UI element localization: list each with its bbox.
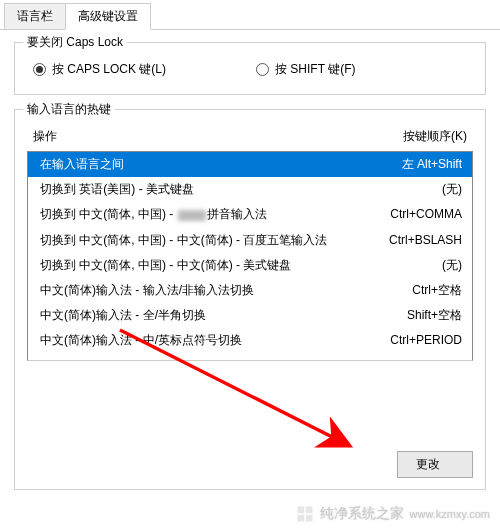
capslock-legend: 要关闭 Caps Lock bbox=[23, 34, 127, 51]
radio-capslock[interactable]: 按 CAPS LOCK 键(L) bbox=[33, 61, 166, 78]
table-row[interactable]: 切换到 英语(美国) - 美式键盘(无) bbox=[28, 177, 472, 202]
radio-shift-label: 按 SHIFT 键(F) bbox=[275, 61, 355, 78]
row-action: 切换到 中文(简体, 中国) - 中文(简体) - 百度五笔输入法 bbox=[40, 231, 381, 250]
windows-logo-icon bbox=[296, 505, 314, 523]
tab-bar: 语言栏 高级键设置 bbox=[0, 0, 500, 30]
table-row[interactable]: 切换到 中文(简体, 中国) - 中文(简体) - 美式键盘(无) bbox=[28, 253, 472, 278]
redacted-text bbox=[178, 210, 206, 221]
row-action: 中文(简体)输入法 - 全/半角切换 bbox=[40, 306, 399, 325]
row-action: 切换到 中文(简体, 中国) - 中文(简体) - 美式键盘 bbox=[40, 256, 434, 275]
radio-capslock-label: 按 CAPS LOCK 键(L) bbox=[52, 61, 166, 78]
row-action: 中文(简体)输入法 - 输入法/非输入法切换 bbox=[40, 281, 404, 300]
radio-shift[interactable]: 按 SHIFT 键(F) bbox=[256, 61, 355, 78]
tab-language-bar[interactable]: 语言栏 bbox=[4, 3, 66, 29]
hotkey-group: 输入语言的热键 操作 按键顺序(K) 在输入语言之间左 Alt+Shift切换到… bbox=[14, 109, 486, 490]
radio-row: 按 CAPS LOCK 键(L) 按 SHIFT 键(F) bbox=[27, 57, 473, 82]
row-action: 在输入语言之间 bbox=[40, 155, 394, 174]
button-row: 更改 bbox=[27, 361, 473, 481]
hotkey-header: 操作 按键顺序(K) bbox=[27, 124, 473, 151]
col-keys: 按键顺序(K) bbox=[403, 128, 467, 145]
row-keys: Shift+空格 bbox=[399, 306, 462, 325]
watermark: 纯净系统之家 www.kzmxy.com bbox=[296, 505, 490, 523]
hotkey-list[interactable]: 在输入语言之间左 Alt+Shift切换到 英语(美国) - 美式键盘(无)切换… bbox=[27, 151, 473, 361]
watermark-text: 纯净系统之家 bbox=[320, 505, 404, 523]
svg-rect-3 bbox=[297, 515, 304, 522]
radio-icon bbox=[33, 63, 46, 76]
table-row[interactable]: 在输入语言之间左 Alt+Shift bbox=[28, 152, 472, 177]
row-action: 切换到 中文(简体, 中国) - 拼音输入法 bbox=[40, 205, 382, 224]
row-action: 切换到 英语(美国) - 美式键盘 bbox=[40, 180, 434, 199]
tab-content: 要关闭 Caps Lock 按 CAPS LOCK 键(L) 按 SHIFT 键… bbox=[0, 30, 500, 516]
table-row[interactable]: 中文(简体)输入法 - 中/英标点符号切换Ctrl+PERIOD bbox=[28, 328, 472, 353]
row-keys: Ctrl+PERIOD bbox=[382, 331, 462, 350]
table-row[interactable]: 中文(简体)输入法 - 输入法/非输入法切换Ctrl+空格 bbox=[28, 278, 472, 303]
table-row[interactable]: 切换到 中文(简体, 中国) - 拼音输入法Ctrl+COMMA bbox=[28, 202, 472, 227]
col-action: 操作 bbox=[33, 128, 57, 145]
tab-advanced-keys[interactable]: 高级键设置 bbox=[65, 3, 151, 30]
row-keys: (无) bbox=[434, 180, 462, 199]
radio-icon bbox=[256, 63, 269, 76]
svg-rect-1 bbox=[297, 507, 304, 514]
row-keys: (无) bbox=[434, 256, 462, 275]
row-keys: 左 Alt+Shift bbox=[394, 155, 462, 174]
row-keys: Ctrl+COMMA bbox=[382, 205, 462, 224]
row-action: 中文(简体)输入法 - 中/英标点符号切换 bbox=[40, 331, 382, 350]
table-row[interactable]: 切换到 中文(简体, 中国) - 中文(简体) - 百度五笔输入法Ctrl+BS… bbox=[28, 228, 472, 253]
hotkey-legend: 输入语言的热键 bbox=[23, 101, 115, 118]
capslock-group: 要关闭 Caps Lock 按 CAPS LOCK 键(L) 按 SHIFT 键… bbox=[14, 42, 486, 95]
row-keys: Ctrl+空格 bbox=[404, 281, 462, 300]
table-row[interactable]: 中文(简体)输入法 - 全/半角切换Shift+空格 bbox=[28, 303, 472, 328]
svg-rect-4 bbox=[305, 515, 312, 522]
watermark-url: www.kzmxy.com bbox=[410, 508, 490, 520]
change-sequence-button[interactable]: 更改 bbox=[397, 451, 473, 478]
row-keys: Ctrl+BSLASH bbox=[381, 231, 462, 250]
svg-rect-2 bbox=[305, 507, 312, 514]
